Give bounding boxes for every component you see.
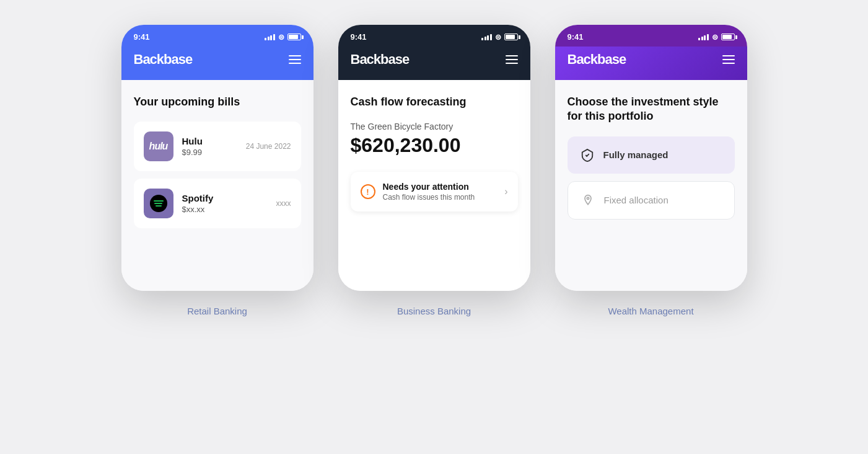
cashflow-company: The Green Bicycle Factory xyxy=(351,122,518,131)
investment-fully-managed[interactable]: Fully managed xyxy=(568,136,735,174)
hamburger-icon-business[interactable] xyxy=(506,55,518,64)
hulu-date: 24 June 2022 xyxy=(246,142,291,151)
hulu-logo: hulu xyxy=(144,131,173,161)
cashflow-title: Cash flow forecasting xyxy=(351,95,518,109)
spotify-amount: $xx.xx xyxy=(182,205,276,214)
battery-icon xyxy=(287,33,301,40)
wifi-icon-w: ⊜ xyxy=(712,33,718,42)
battery-icon-w xyxy=(721,33,735,40)
bill-info-spotify: Spotify $xx.xx xyxy=(182,193,276,214)
spotify-logo xyxy=(144,189,173,218)
section-label-business: Business Banking xyxy=(397,306,471,316)
status-icons-retail: ⊜ xyxy=(265,33,301,42)
alert-content: Needs your attention Cash flow issues th… xyxy=(383,182,498,202)
section-label-retail: Retail Banking xyxy=(187,306,247,316)
brand-logo-wealth: Backbase xyxy=(568,51,626,68)
brand-logo-business: Backbase xyxy=(351,51,410,68)
spotify-date: xxxx xyxy=(276,199,291,208)
spotify-name: Spotify xyxy=(182,193,276,203)
hulu-text: hulu xyxy=(149,141,168,152)
wifi-icon-b: ⊜ xyxy=(495,33,501,42)
bill-item-spotify[interactable]: Spotify $xx.xx xxxx xyxy=(134,179,301,228)
phone-retail: 9:41 ⊜ Backbase xyxy=(121,25,313,291)
status-time-business: 9:41 xyxy=(351,32,367,42)
alert-title: Needs your attention xyxy=(383,182,498,192)
svg-point-0 xyxy=(587,197,589,199)
phone-body-business: Cash flow forecasting The Green Bicycle … xyxy=(338,80,530,291)
fixed-allocation-label: Fixed allocation xyxy=(604,195,669,205)
status-bar-business: 9:41 ⊜ xyxy=(338,25,530,47)
status-bar-retail: 9:41 ⊜ xyxy=(121,25,313,47)
chevron-right-icon: › xyxy=(504,186,507,197)
investment-fixed-allocation[interactable]: Fixed allocation xyxy=(568,181,735,220)
bills-title: Your upcoming bills xyxy=(134,95,301,109)
shield-icon xyxy=(580,148,595,162)
hulu-amount: $9.99 xyxy=(182,148,246,157)
bill-item-hulu[interactable]: hulu Hulu $9.99 24 June 2022 xyxy=(134,122,301,171)
signal-icon xyxy=(265,34,275,40)
hamburger-icon-wealth[interactable] xyxy=(722,55,735,64)
wifi-icon: ⊜ xyxy=(278,33,284,42)
bill-info-hulu: Hulu $9.99 xyxy=(182,136,246,157)
phone-body-wealth: Choose the investment style for this por… xyxy=(555,80,747,291)
investment-title: Choose the investment style for this por… xyxy=(568,95,735,124)
signal-icon-w xyxy=(698,34,709,40)
status-time-retail: 9:41 xyxy=(134,32,150,42)
spotify-symbol xyxy=(150,195,167,212)
hulu-name: Hulu xyxy=(182,136,246,146)
header-business: Backbase xyxy=(338,47,530,80)
status-icons-wealth: ⊜ xyxy=(698,33,735,42)
header-wealth: Backbase xyxy=(555,47,747,80)
section-label-wealth: Wealth Management xyxy=(608,306,693,316)
phone-section-wealth: 9:41 ⊜ Backbase xyxy=(555,25,747,316)
status-bar-wealth: 9:41 ⊜ xyxy=(555,25,747,47)
pin-icon xyxy=(581,193,595,208)
hamburger-icon-retail[interactable] xyxy=(289,55,301,64)
phone-business: 9:41 ⊜ Backbase xyxy=(338,25,530,291)
battery-icon-b xyxy=(504,33,518,40)
fully-managed-label: Fully managed xyxy=(603,149,669,160)
cashflow-amount: $620,230.00 xyxy=(351,134,518,157)
brand-logo-retail: Backbase xyxy=(134,51,193,68)
alert-card[interactable]: ! Needs your attention Cash flow issues … xyxy=(351,172,518,211)
phone-section-retail: 9:41 ⊜ Backbase xyxy=(121,25,313,316)
alert-subtitle: Cash flow issues this month xyxy=(383,193,498,202)
status-time-wealth: 9:41 xyxy=(568,32,584,42)
header-retail: Backbase xyxy=(121,47,313,80)
alert-icon: ! xyxy=(361,184,375,199)
phone-section-business: 9:41 ⊜ Backbase xyxy=(338,25,530,316)
status-icons-business: ⊜ xyxy=(481,33,518,42)
signal-icon-b xyxy=(481,34,492,40)
phone-wealth: 9:41 ⊜ Backbase xyxy=(555,25,747,291)
page-container: 9:41 ⊜ Backbase xyxy=(0,0,868,454)
phone-body-retail: Your upcoming bills hulu Hulu $9.99 24 J… xyxy=(121,80,313,291)
